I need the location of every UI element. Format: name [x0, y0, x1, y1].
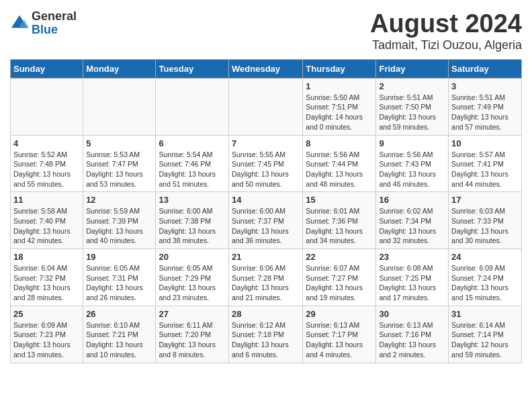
logo-blue-text: Blue: [32, 24, 77, 37]
calendar-cell: [83, 78, 156, 135]
day-number: 1: [306, 81, 373, 91]
day-number: 5: [86, 138, 152, 148]
calendar-week-3: 11Sunrise: 5:58 AM Sunset: 7:40 PM Dayli…: [11, 192, 522, 249]
calendar-cell: 27Sunrise: 6:11 AM Sunset: 7:20 PM Dayli…: [156, 306, 229, 363]
calendar-cell: 4Sunrise: 5:52 AM Sunset: 7:48 PM Daylig…: [11, 135, 83, 192]
day-number: 24: [451, 252, 519, 262]
day-info: Sunrise: 6:04 AM Sunset: 7:32 PM Dayligh…: [13, 263, 80, 303]
calendar-cell: 19Sunrise: 6:05 AM Sunset: 7:31 PM Dayli…: [83, 249, 156, 306]
calendar-cell: 24Sunrise: 6:09 AM Sunset: 7:24 PM Dayli…: [449, 249, 522, 306]
header-wednesday: Wednesday: [229, 59, 303, 78]
day-info: Sunrise: 6:02 AM Sunset: 7:34 PM Dayligh…: [379, 206, 445, 246]
day-info: Sunrise: 5:57 AM Sunset: 7:41 PM Dayligh…: [451, 150, 519, 189]
day-info: Sunrise: 5:51 AM Sunset: 7:49 PM Dayligh…: [451, 93, 519, 132]
day-info: Sunrise: 5:56 AM Sunset: 7:44 PM Dayligh…: [306, 150, 373, 189]
day-number: 20: [159, 252, 226, 262]
day-info: Sunrise: 6:01 AM Sunset: 7:36 PM Dayligh…: [306, 206, 373, 246]
day-info: Sunrise: 5:54 AM Sunset: 7:46 PM Dayligh…: [159, 150, 226, 189]
calendar-cell: 16Sunrise: 6:02 AM Sunset: 7:34 PM Dayli…: [376, 192, 449, 249]
calendar-week-4: 18Sunrise: 6:04 AM Sunset: 7:32 PM Dayli…: [11, 249, 522, 306]
day-number: 8: [306, 138, 373, 148]
day-number: 4: [13, 138, 80, 148]
header-friday: Friday: [376, 59, 449, 78]
day-number: 9: [379, 138, 445, 148]
calendar-cell: 29Sunrise: 6:13 AM Sunset: 7:17 PM Dayli…: [303, 306, 376, 363]
day-number: 6: [159, 138, 226, 148]
calendar-cell: 9Sunrise: 5:56 AM Sunset: 7:43 PM Daylig…: [376, 135, 449, 192]
header-monday: Monday: [83, 59, 156, 78]
calendar-cell: 23Sunrise: 6:08 AM Sunset: 7:25 PM Dayli…: [376, 249, 449, 306]
day-info: Sunrise: 6:09 AM Sunset: 7:23 PM Dayligh…: [13, 320, 80, 360]
day-number: 7: [232, 138, 300, 148]
calendar-cell: 6Sunrise: 5:54 AM Sunset: 7:46 PM Daylig…: [156, 135, 229, 192]
day-number: 26: [86, 309, 152, 319]
header-sunday: Sunday: [11, 59, 83, 78]
day-info: Sunrise: 5:58 AM Sunset: 7:40 PM Dayligh…: [13, 206, 80, 246]
calendar-cell: 3Sunrise: 5:51 AM Sunset: 7:49 PM Daylig…: [449, 78, 522, 135]
day-number: 30: [379, 309, 445, 319]
logo-icon: [10, 14, 29, 33]
day-number: 25: [13, 309, 80, 319]
logo-general-text: General: [32, 10, 77, 24]
day-number: 10: [451, 138, 519, 148]
calendar-cell: [156, 78, 229, 135]
header-tuesday: Tuesday: [156, 59, 229, 78]
calendar-cell: 22Sunrise: 6:07 AM Sunset: 7:27 PM Dayli…: [303, 249, 376, 306]
title-block: August 2024 Tadmait, Tizi Ouzou, Algeria: [370, 10, 522, 52]
day-info: Sunrise: 5:50 AM Sunset: 7:51 PM Dayligh…: [306, 93, 373, 132]
calendar-subtitle: Tadmait, Tizi Ouzou, Algeria: [370, 38, 522, 52]
day-info: Sunrise: 6:09 AM Sunset: 7:24 PM Dayligh…: [451, 263, 519, 303]
day-number: 11: [13, 195, 80, 205]
calendar-week-2: 4Sunrise: 5:52 AM Sunset: 7:48 PM Daylig…: [11, 135, 522, 192]
day-number: 27: [159, 309, 226, 319]
calendar-cell: 28Sunrise: 6:12 AM Sunset: 7:18 PM Dayli…: [229, 306, 303, 363]
day-number: 18: [13, 252, 80, 262]
day-info: Sunrise: 6:08 AM Sunset: 7:25 PM Dayligh…: [379, 263, 445, 303]
day-info: Sunrise: 5:51 AM Sunset: 7:50 PM Dayligh…: [379, 93, 445, 132]
calendar-cell: 15Sunrise: 6:01 AM Sunset: 7:36 PM Dayli…: [303, 192, 376, 249]
calendar-title: August 2024: [370, 10, 522, 38]
calendar-cell: 30Sunrise: 6:13 AM Sunset: 7:16 PM Dayli…: [376, 306, 449, 363]
day-number: 16: [379, 195, 445, 205]
day-info: Sunrise: 5:56 AM Sunset: 7:43 PM Dayligh…: [379, 150, 445, 189]
calendar-cell: 12Sunrise: 5:59 AM Sunset: 7:39 PM Dayli…: [83, 192, 156, 249]
day-info: Sunrise: 6:00 AM Sunset: 7:37 PM Dayligh…: [232, 206, 300, 246]
day-info: Sunrise: 5:59 AM Sunset: 7:39 PM Dayligh…: [86, 206, 152, 246]
day-number: 28: [232, 309, 300, 319]
day-number: 29: [306, 309, 373, 319]
day-info: Sunrise: 6:11 AM Sunset: 7:20 PM Dayligh…: [159, 320, 226, 360]
day-info: Sunrise: 6:00 AM Sunset: 7:38 PM Dayligh…: [159, 206, 226, 246]
day-number: 12: [86, 195, 152, 205]
calendar-cell: 25Sunrise: 6:09 AM Sunset: 7:23 PM Dayli…: [11, 306, 83, 363]
calendar-cell: 31Sunrise: 6:14 AM Sunset: 7:14 PM Dayli…: [449, 306, 522, 363]
day-info: Sunrise: 6:07 AM Sunset: 7:27 PM Dayligh…: [306, 263, 373, 303]
day-info: Sunrise: 5:55 AM Sunset: 7:45 PM Dayligh…: [232, 150, 300, 189]
day-info: Sunrise: 6:06 AM Sunset: 7:28 PM Dayligh…: [232, 263, 300, 303]
day-info: Sunrise: 6:14 AM Sunset: 7:14 PM Dayligh…: [451, 320, 519, 360]
day-info: Sunrise: 6:05 AM Sunset: 7:31 PM Dayligh…: [86, 263, 152, 303]
day-number: 14: [232, 195, 300, 205]
day-number: 2: [379, 81, 445, 91]
day-number: 19: [86, 252, 152, 262]
calendar-cell: 26Sunrise: 6:10 AM Sunset: 7:21 PM Dayli…: [83, 306, 156, 363]
calendar-cell: 11Sunrise: 5:58 AM Sunset: 7:40 PM Dayli…: [11, 192, 83, 249]
day-number: 31: [451, 309, 519, 319]
calendar-cell: 21Sunrise: 6:06 AM Sunset: 7:28 PM Dayli…: [229, 249, 303, 306]
day-number: 13: [159, 195, 226, 205]
calendar-cell: 1Sunrise: 5:50 AM Sunset: 7:51 PM Daylig…: [303, 78, 376, 135]
calendar-cell: 17Sunrise: 6:03 AM Sunset: 7:33 PM Dayli…: [449, 192, 522, 249]
calendar-cell: 18Sunrise: 6:04 AM Sunset: 7:32 PM Dayli…: [11, 249, 83, 306]
calendar-cell: [11, 78, 83, 135]
day-info: Sunrise: 6:03 AM Sunset: 7:33 PM Dayligh…: [451, 206, 519, 246]
header-saturday: Saturday: [449, 59, 522, 78]
day-info: Sunrise: 6:05 AM Sunset: 7:29 PM Dayligh…: [159, 263, 226, 303]
logo: General Blue: [10, 10, 77, 37]
calendar-cell: [229, 78, 303, 135]
calendar-cell: 5Sunrise: 5:53 AM Sunset: 7:47 PM Daylig…: [83, 135, 156, 192]
calendar-cell: 8Sunrise: 5:56 AM Sunset: 7:44 PM Daylig…: [303, 135, 376, 192]
day-number: 3: [451, 81, 519, 91]
calendar-week-5: 25Sunrise: 6:09 AM Sunset: 7:23 PM Dayli…: [11, 306, 522, 363]
calendar-header-row: SundayMondayTuesdayWednesdayThursdayFrid…: [11, 59, 522, 78]
day-number: 17: [451, 195, 519, 205]
day-number: 23: [379, 252, 445, 262]
